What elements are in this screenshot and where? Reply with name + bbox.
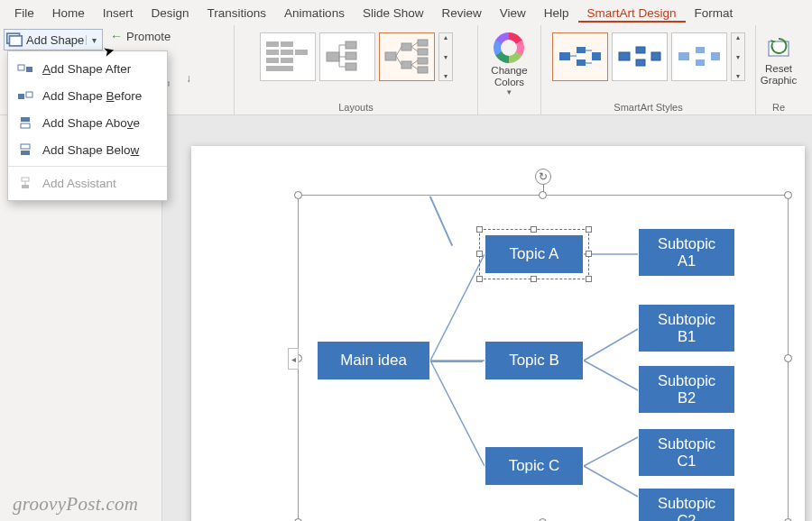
svg-rect-45 [22, 178, 29, 181]
reset-icon [765, 34, 792, 61]
rotation-handle[interactable] [535, 169, 551, 185]
svg-rect-7 [266, 50, 279, 55]
tab-format[interactable]: Format [686, 4, 743, 23]
add-shape-below[interactable]: Add Shape Below [8, 136, 167, 163]
tab-view[interactable]: View [491, 4, 535, 23]
tab-home[interactable]: Home [43, 4, 94, 23]
tab-design[interactable]: Design [143, 4, 198, 23]
styles-gallery[interactable]: ▴▾▾ [552, 32, 745, 81]
handle-mr[interactable] [784, 354, 792, 362]
watermark: groovyPost.com [13, 493, 138, 516]
handle-mt[interactable] [539, 191, 547, 199]
svg-rect-20 [418, 40, 428, 46]
arrow-down-icon: ↓ [186, 72, 191, 85]
reset-graphic-button[interactable]: Reset Graphic [761, 29, 797, 86]
handle-tl[interactable] [294, 191, 302, 199]
tab-smartart-design[interactable]: SmartArt Design [578, 4, 686, 23]
svg-rect-14 [346, 41, 356, 49]
add-shape-button[interactable]: Add Shape ▾ [4, 29, 103, 50]
svg-rect-19 [401, 61, 411, 69]
add-shape-after[interactable]: Add Shape After [8, 55, 167, 82]
svg-rect-34 [696, 59, 705, 66]
svg-rect-6 [281, 41, 293, 47]
text-pane-toggle[interactable]: ◂ [288, 348, 299, 370]
handle-tr[interactable] [784, 191, 792, 199]
add-below-icon [17, 142, 33, 157]
styles-title: SmartArt Styles [614, 100, 682, 113]
style-thumb-1[interactable] [552, 32, 608, 81]
app-window: File Home Insert Design Transitions Anim… [0, 0, 812, 521]
node-topic-b[interactable]: Topic B [484, 341, 584, 380]
add-shape-after-label: Add Shape After [42, 62, 131, 76]
svg-rect-17 [385, 52, 396, 60]
add-before-icon [17, 88, 33, 103]
svg-rect-46 [22, 185, 29, 188]
add-assistant-label: Add Assistant [42, 177, 116, 190]
reset-label: Reset Graphic [761, 63, 797, 86]
connector [429, 196, 453, 245]
node-subtopic-a1[interactable]: Subtopic A1 [638, 228, 735, 277]
add-shape-label: Add Shape [24, 33, 86, 47]
dropdown-separator [8, 166, 167, 167]
svg-rect-30 [636, 59, 645, 66]
group-reset: Reset Graphic Re [756, 25, 801, 114]
group-layouts: ▴▾▾ Layouts [235, 25, 478, 114]
svg-rect-9 [295, 50, 308, 55]
style-thumb-3[interactable] [671, 32, 727, 81]
tab-transitions[interactable]: Transitions [198, 4, 276, 23]
layouts-gallery[interactable]: ▴▾▾ [260, 32, 453, 81]
svg-rect-13 [327, 52, 339, 61]
svg-rect-44 [21, 151, 30, 155]
styles-spinner[interactable]: ▴▾▾ [731, 32, 745, 81]
change-colors-button[interactable]: Change Colors ▾ [491, 29, 527, 96]
connector [430, 361, 483, 362]
smartart-selection[interactable]: ◂ [298, 195, 789, 521]
tab-animations[interactable]: Animations [275, 4, 354, 23]
promote-label: Promote [126, 30, 171, 43]
node-subtopic-b2[interactable]: Subtopic B2 [638, 365, 735, 414]
tab-file[interactable]: File [5, 4, 43, 23]
svg-rect-8 [281, 50, 293, 55]
layout-thumb-3[interactable] [379, 32, 435, 81]
svg-rect-21 [418, 49, 428, 55]
svg-rect-18 [401, 43, 411, 50]
tab-review[interactable]: Review [432, 4, 490, 23]
layouts-title: Layouts [338, 100, 374, 113]
add-shape-below-label: Add Shape Below [42, 143, 139, 157]
promote-button[interactable]: ← Promote [110, 29, 171, 43]
tab-insert[interactable]: Insert [94, 4, 143, 23]
add-shape-above[interactable]: Add Shape Above [8, 109, 167, 136]
add-shape-before[interactable]: Add Shape Before [8, 82, 167, 109]
node-subtopic-c1[interactable]: Subtopic C1 [638, 428, 735, 477]
svg-rect-38 [26, 67, 32, 72]
chevron-down-icon[interactable]: ▾ [86, 35, 102, 45]
svg-rect-43 [21, 144, 30, 149]
svg-rect-1 [10, 36, 23, 46]
layouts-spinner[interactable]: ▴▾▾ [438, 32, 453, 81]
svg-rect-37 [18, 65, 24, 70]
node-topic-c[interactable]: Topic C [484, 446, 584, 486]
svg-rect-23 [418, 67, 428, 73]
tab-slideshow[interactable]: Slide Show [354, 4, 433, 23]
slide: ◂ [191, 146, 805, 521]
add-shape-before-label: Add Shape Before [42, 89, 142, 103]
node-main[interactable]: Main idea [317, 341, 430, 380]
tab-help[interactable]: Help [535, 4, 578, 23]
node-topic-a[interactable]: Topic A [484, 234, 584, 274]
svg-rect-33 [696, 47, 705, 53]
add-after-icon [17, 61, 33, 76]
svg-rect-29 [636, 47, 645, 53]
layout-thumb-1[interactable] [260, 32, 316, 81]
node-subtopic-b1[interactable]: Subtopic B1 [638, 304, 735, 352]
add-assistant-icon [17, 176, 33, 190]
reset-title: Re [772, 100, 785, 113]
ribbon-tabs: File Home Insert Design Transitions Anim… [0, 0, 812, 25]
svg-rect-35 [711, 52, 720, 60]
node-subtopic-c2[interactable]: Subtopic C2 [638, 488, 735, 521]
slide-canvas[interactable]: ◂ [162, 115, 812, 521]
layout-thumb-2[interactable] [319, 32, 375, 81]
demote-button[interactable]: ↓ [186, 72, 191, 85]
svg-rect-27 [592, 52, 601, 60]
style-thumb-2[interactable] [612, 32, 668, 81]
svg-rect-22 [418, 58, 428, 64]
